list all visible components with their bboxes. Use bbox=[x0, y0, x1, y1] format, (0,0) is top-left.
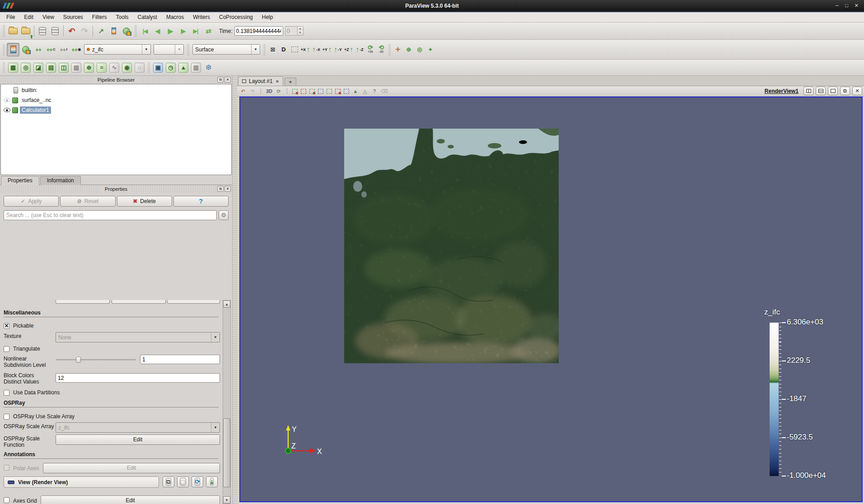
warp-by-vector-filter-button[interactable]: ∿ bbox=[108, 61, 121, 74]
paste-view-properties-button[interactable]: ▢ bbox=[177, 476, 189, 487]
add-layout-tab[interactable]: + bbox=[285, 78, 296, 86]
menu-edit[interactable]: Edit bbox=[19, 13, 38, 22]
time-value-input[interactable] bbox=[234, 26, 283, 36]
properties-scrollbar[interactable]: ▲ ▼ bbox=[223, 300, 231, 504]
axes-grid-checkbox[interactable] bbox=[4, 497, 9, 503]
split-vertical-button[interactable] bbox=[816, 87, 826, 95]
select-block-icon[interactable] bbox=[344, 89, 349, 94]
menu-file[interactable]: File bbox=[2, 13, 19, 22]
nonlinear-subdivision-input[interactable] bbox=[140, 355, 220, 364]
visibility-eye-icon[interactable] bbox=[4, 98, 10, 102]
zoom-to-data-button[interactable]: D bbox=[278, 44, 289, 55]
triangulate-checkbox-row[interactable]: Triangulate bbox=[0, 346, 222, 352]
color-array-combobox[interactable]: z_ifc ▼ bbox=[84, 44, 151, 55]
extract-subset-filter-button[interactable]: ▧ bbox=[70, 61, 83, 74]
pipeline-tree[interactable]: builtin: surface_..nc Calculator1 bbox=[0, 84, 232, 175]
undock-icon[interactable]: ⧉ bbox=[217, 77, 224, 83]
vcr-last-frame-button[interactable]: ▶| bbox=[189, 24, 202, 38]
data-histogram-button[interactable] bbox=[107, 24, 120, 38]
camera-undo-icon[interactable]: ↶ bbox=[240, 88, 246, 94]
adjust-camera-icon[interactable]: ⟳ bbox=[276, 88, 282, 94]
panel-splitter[interactable] bbox=[233, 76, 237, 504]
vcr-loop-button[interactable]: ⇄ bbox=[202, 24, 215, 38]
ospray-scale-array-combobox[interactable]: z_ifc ▼ bbox=[56, 422, 220, 433]
plot-over-line-button[interactable]: ▲ bbox=[177, 61, 190, 74]
probe-location-button[interactable]: ▥ bbox=[190, 61, 202, 74]
properties-scroll-area[interactable]: Miscellaneous Pickable Texture None ▼ Tr… bbox=[0, 300, 222, 504]
apply-button[interactable]: ✓Apply bbox=[4, 196, 59, 207]
connect-server-button[interactable] bbox=[36, 24, 49, 38]
close-panel-icon[interactable]: ✕ bbox=[224, 77, 231, 83]
save-data-button[interactable]: ⬆ bbox=[19, 24, 32, 38]
menu-view[interactable]: View bbox=[38, 13, 59, 22]
rescale-to-data-range-button[interactable]: ⇿ bbox=[32, 43, 45, 56]
representation-combobox[interactable]: Surface ▼ bbox=[192, 44, 260, 55]
select-cells-polygon-icon[interactable] bbox=[327, 89, 332, 94]
menu-sources[interactable]: Sources bbox=[59, 13, 88, 22]
vcr-play-button[interactable]: ▶ bbox=[164, 24, 177, 38]
slider-knob[interactable] bbox=[76, 356, 81, 363]
reset-camera-button[interactable]: ⊠ bbox=[267, 44, 278, 55]
plot-selection-over-time-button[interactable]: ◷ bbox=[164, 61, 177, 74]
menu-writers[interactable]: Writers bbox=[188, 13, 215, 22]
edit-color-map-button[interactable] bbox=[19, 43, 32, 56]
spin-up-icon[interactable]: ▲ bbox=[298, 27, 303, 31]
pipeline-browser-header[interactable]: Pipeline Browser ⧉ ✕ bbox=[0, 76, 232, 84]
rescale-to-temporal-range-button[interactable]: ⇿t bbox=[57, 43, 70, 56]
camera-redo-icon[interactable]: ↷ bbox=[249, 88, 256, 94]
toolbar-handle[interactable] bbox=[388, 43, 391, 56]
tab-layout-1[interactable]: Layout #1 ✕ bbox=[238, 76, 283, 86]
set-view-minus-x-button[interactable]: ↑-X bbox=[311, 44, 322, 55]
menu-tools[interactable]: Tools bbox=[112, 13, 133, 22]
export-scene-button[interactable]: ↗ bbox=[95, 24, 107, 38]
extract-level-filter-button[interactable]: ○ bbox=[133, 61, 146, 74]
maximize-view-button[interactable] bbox=[828, 87, 838, 95]
open-file-button[interactable] bbox=[7, 24, 19, 38]
rotate-90-cw-button[interactable]: ⟳+90 bbox=[365, 44, 376, 55]
show-center-axes-button[interactable]: ◎ bbox=[414, 44, 425, 55]
polar-axes-checkbox[interactable] bbox=[4, 465, 9, 471]
save-view-defaults-button[interactable]: ⤓ bbox=[206, 476, 218, 487]
properties-header[interactable]: Properties ⧉ ✕ bbox=[0, 185, 232, 193]
rotate-90-ccw-button[interactable]: ⟲-90 bbox=[376, 44, 387, 55]
glyph-filter-button[interactable]: ⊕ bbox=[83, 61, 95, 74]
zoom-to-box-button[interactable] bbox=[289, 44, 300, 55]
tab-properties[interactable]: Properties bbox=[1, 176, 39, 185]
view-section-bar[interactable]: View (Render View) bbox=[4, 476, 159, 488]
undock-icon[interactable]: ⧉ bbox=[217, 186, 224, 192]
slice-filter-button[interactable]: ▤ bbox=[45, 61, 57, 74]
split-horizontal-button[interactable] bbox=[803, 87, 813, 95]
scroll-up-icon[interactable]: ▲ bbox=[223, 301, 230, 308]
maximize-icon[interactable]: □ bbox=[845, 3, 848, 9]
use-data-partitions-row[interactable]: Use Data Partitions bbox=[0, 389, 222, 396]
ospray-use-scale-array-checkbox[interactable] bbox=[4, 414, 9, 420]
select-points-on-icon[interactable] bbox=[301, 89, 306, 94]
render-view-name[interactable]: RenderView1 bbox=[765, 88, 799, 94]
redo-button[interactable]: ↷ bbox=[78, 24, 91, 38]
toolbar-handle[interactable] bbox=[135, 25, 137, 36]
visibility-eye-icon[interactable] bbox=[4, 108, 10, 112]
minimize-icon[interactable]: ─ bbox=[835, 3, 839, 9]
set-view-minus-z-button[interactable]: ↑-Z bbox=[354, 44, 365, 55]
triangulate-checkbox[interactable] bbox=[4, 346, 9, 352]
interactive-select-points-icon[interactable]: △ bbox=[362, 88, 368, 94]
toolbar-handle[interactable] bbox=[3, 25, 5, 36]
toolbar-handle[interactable] bbox=[263, 43, 266, 56]
frame-value-input[interactable] bbox=[285, 27, 297, 35]
menu-macros[interactable]: Macros bbox=[162, 13, 188, 22]
help-button[interactable]: ? bbox=[173, 196, 229, 207]
component-combobox[interactable]: ▼ bbox=[154, 44, 184, 55]
close-view-button[interactable]: ✕ bbox=[852, 87, 862, 95]
reload-view-defaults-button[interactable]: ⟳ bbox=[191, 476, 203, 487]
pickable-checkbox[interactable] bbox=[4, 323, 9, 329]
polar-axes-edit-button[interactable]: Edit bbox=[43, 463, 220, 473]
frame-spinner[interactable]: ▲ ▼ bbox=[285, 26, 304, 36]
select-cells-on-icon[interactable] bbox=[292, 89, 298, 94]
tab-information[interactable]: Information bbox=[40, 176, 81, 185]
clip-filter-button[interactable]: ◪ bbox=[32, 61, 45, 74]
close-icon[interactable]: ✕ bbox=[855, 3, 859, 9]
pick-rotation-center-button[interactable]: ✛ bbox=[392, 44, 403, 55]
toolbar-handle[interactable] bbox=[3, 43, 5, 56]
zoom-closest-button[interactable]: ⌖ bbox=[425, 44, 436, 55]
menu-help[interactable]: Help bbox=[257, 13, 278, 22]
